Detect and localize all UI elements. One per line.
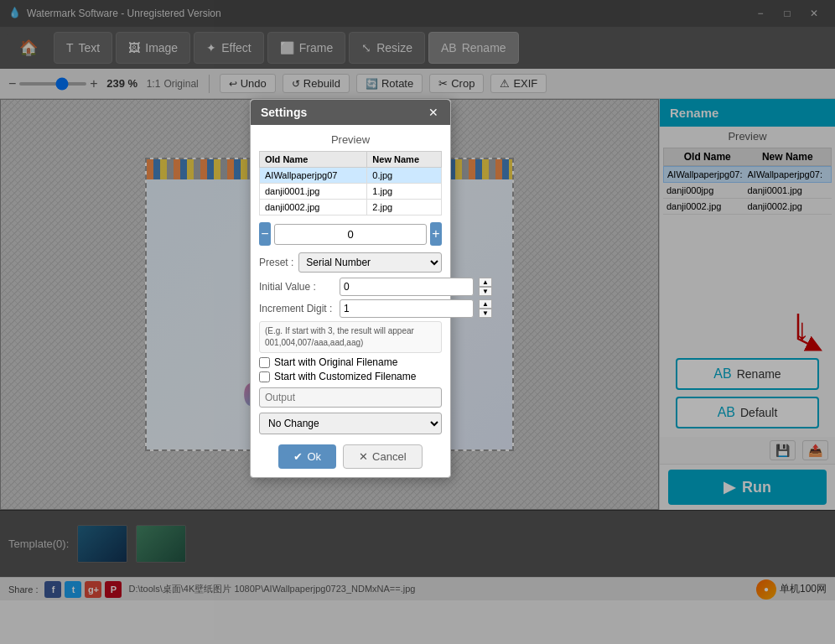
preset-select[interactable]: Serial Number Date Random — [298, 252, 442, 273]
modal-new-1: 1.jpg — [367, 184, 442, 200]
initial-value-label: Initial Value : — [259, 281, 335, 293]
modal-overlay: Settings ✕ Preview Old Name New Name AIW… — [0, 0, 835, 644]
modal-footer: ✔ Ok ✕ Cancel — [259, 444, 442, 469]
modal-title: Settings — [261, 106, 307, 119]
cb1-label: Start with Original Filename — [274, 356, 397, 368]
cancel-label: Cancel — [372, 450, 406, 463]
preset-label: Preset : — [259, 257, 293, 268]
modal-preview-table: Old Name New Name AIWallpaperjpg07 0.jpg… — [259, 151, 442, 216]
cb1-original[interactable] — [259, 357, 270, 368]
modal-close-button[interactable]: ✕ — [427, 106, 440, 119]
increment-button[interactable]: + — [430, 222, 442, 246]
ok-icon: ✔ — [293, 450, 303, 463]
settings-modal: Settings ✕ Preview Old Name New Name AIW… — [250, 99, 451, 478]
preset-row: Preset : Serial Number Date Random — [259, 252, 442, 273]
ok-button[interactable]: ✔ Ok — [278, 444, 336, 469]
cb1-row: Start with Original Filename — [259, 356, 442, 368]
cancel-button[interactable]: ✕ Cancel — [343, 444, 422, 469]
modal-old-0: AIWallpaperjpg07 — [260, 168, 367, 184]
modal-new-2: 2.jpg — [367, 200, 442, 216]
modal-preview-label: Preview — [259, 133, 442, 146]
initial-down-button[interactable]: ▼ — [479, 287, 492, 296]
initial-up-button[interactable]: ▲ — [479, 278, 492, 287]
ok-label: Ok — [307, 450, 321, 463]
increment-label: Increment Digit : — [259, 303, 335, 314]
modal-row-0[interactable]: AIWallpaperjpg07 0.jpg — [260, 168, 442, 184]
modal-old-2: danji0002.jpg — [260, 200, 367, 216]
initial-value-spinner: ▲ ▼ — [479, 278, 492, 296]
modal-title-bar: Settings ✕ — [251, 100, 450, 125]
modal-old-1: danji0001.jpg — [260, 184, 367, 200]
modal-row-2[interactable]: danji0002.jpg 2.jpg — [260, 200, 442, 216]
cb2-label: Start with Customized Filename — [274, 371, 416, 382]
output-input[interactable] — [259, 387, 442, 408]
cancel-icon: ✕ — [359, 450, 368, 463]
modal-row-1[interactable]: danji0001.jpg 1.jpg — [260, 184, 442, 200]
initial-value-input[interactable] — [340, 278, 474, 296]
nochange-dropdown[interactable]: No Change Lowercase Uppercase — [259, 413, 442, 434]
cb2-customized[interactable] — [259, 371, 270, 382]
decrement-button[interactable]: − — [259, 222, 271, 246]
info-text: (E.g. If start with 3, the result will a… — [259, 321, 442, 353]
increment-input[interactable] — [340, 299, 474, 318]
increment-row: Increment Digit : ▲ ▼ — [259, 299, 442, 318]
number-input[interactable] — [274, 224, 427, 245]
modal-new-0: 0.jpg — [367, 168, 442, 184]
modal-body: Preview Old Name New Name AIWallpaperjpg… — [251, 125, 450, 477]
initial-value-row: Initial Value : ▲ ▼ — [259, 278, 442, 296]
increment-up-button[interactable]: ▲ — [479, 299, 492, 309]
increment-down-button[interactable]: ▼ — [479, 309, 492, 318]
modal-col-old: Old Name — [260, 152, 367, 168]
modal-col-new: New Name — [367, 152, 442, 168]
num-input-row: − + — [259, 222, 442, 246]
increment-spinner: ▲ ▼ — [479, 299, 492, 318]
cb2-row: Start with Customized Filename — [259, 371, 442, 382]
